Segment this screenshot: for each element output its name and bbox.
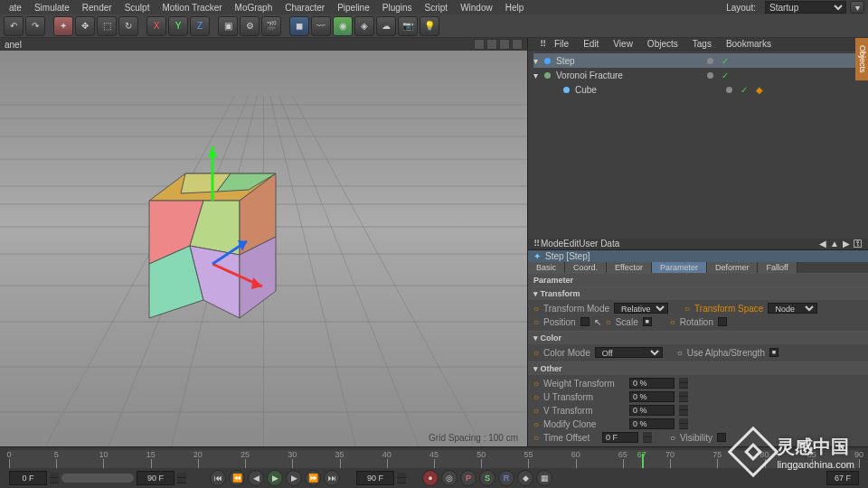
section-transform-header[interactable]: ▾ Transform xyxy=(528,287,868,300)
generator-button[interactable]: ◉ xyxy=(333,16,353,36)
rotation-checkbox[interactable] xyxy=(718,317,727,326)
om-menu-item[interactable]: View xyxy=(607,38,639,50)
key-scale-button[interactable]: S xyxy=(479,470,495,486)
tag-icon[interactable]: ◆ xyxy=(753,83,766,96)
render-view-button[interactable]: ▣ xyxy=(218,16,238,36)
rotate-tool-button[interactable]: ↻ xyxy=(118,16,138,36)
expand-icon[interactable]: ▾ xyxy=(533,70,538,80)
om-menu-item[interactable]: Bookmarks xyxy=(720,38,778,50)
nav-fwd-icon[interactable]: ▶ xyxy=(843,239,850,249)
move-tool-button[interactable]: ✥ xyxy=(75,16,95,36)
viewport-opt-icon[interactable] xyxy=(499,39,510,50)
key-rot-button[interactable]: R xyxy=(498,470,514,486)
live-selection-button[interactable]: ✦ xyxy=(53,16,73,36)
om-menu-item[interactable]: Edit xyxy=(577,38,605,50)
stepper-icon[interactable] xyxy=(397,473,406,483)
play-button[interactable]: ▶ xyxy=(267,470,283,486)
om-menu-item[interactable]: Objects xyxy=(641,38,684,50)
param-value-field[interactable] xyxy=(629,418,675,429)
param-value-field[interactable] xyxy=(629,391,675,402)
menu-item[interactable]: Window xyxy=(455,2,498,14)
viewport-opt-icon[interactable] xyxy=(512,39,523,50)
stepper-icon[interactable] xyxy=(679,391,688,402)
goto-start-button[interactable]: ⏮ xyxy=(210,470,226,486)
menu-item[interactable]: Character xyxy=(279,2,330,14)
key-pos-button[interactable]: P xyxy=(460,470,476,486)
object-row-cube[interactable]: Cube ✓ ◆ xyxy=(533,82,863,97)
spline-button[interactable]: 〰 xyxy=(311,16,331,36)
param-value-field[interactable] xyxy=(629,378,675,389)
timeline-ruler[interactable]: 05101520253035404550556065707580859067 xyxy=(9,450,859,468)
enable-check-icon[interactable]: ✓ xyxy=(719,69,731,81)
tab-falloff[interactable]: Falloff xyxy=(758,262,797,273)
light-button[interactable]: 💡 xyxy=(420,16,439,36)
menu-item[interactable]: Motion Tracker xyxy=(156,2,227,14)
tab-basic[interactable]: Basic xyxy=(528,262,565,273)
next-key-button[interactable]: ⏩ xyxy=(305,470,321,486)
range-start-field[interactable] xyxy=(9,471,47,485)
cube-primitive-button[interactable]: ◼ xyxy=(289,16,309,36)
enable-check-icon[interactable]: ✓ xyxy=(719,54,731,67)
enable-check-icon[interactable]: ✓ xyxy=(738,83,750,96)
render-settings-button[interactable]: ⚙ xyxy=(240,16,259,36)
attr-menu-item[interactable]: Edit xyxy=(563,239,579,249)
nav-up-icon[interactable]: ▲ xyxy=(830,239,839,249)
object-manager-tree[interactable]: ▾ Step ✓ ▾ Voronoi Fracture ✓ Cube ✓ ◆ xyxy=(528,50,868,239)
stepper-icon[interactable] xyxy=(643,432,652,443)
environment-button[interactable]: ☁ xyxy=(376,16,396,36)
scale-tool-button[interactable]: ⬚ xyxy=(97,16,117,36)
visibility-dot-icon[interactable] xyxy=(703,69,716,81)
axis-x-button[interactable]: X xyxy=(146,16,166,36)
camera-button[interactable]: 📷 xyxy=(398,16,418,36)
color-mode-dropdown[interactable]: Off xyxy=(595,347,663,358)
undo-button[interactable]: ↶ xyxy=(4,16,24,36)
key-pla-button[interactable]: ▦ xyxy=(536,470,552,486)
object-row-voronoi[interactable]: ▾ Voronoi Fracture ✓ xyxy=(533,68,863,82)
fps-field[interactable] xyxy=(826,471,859,485)
lock-icon[interactable]: ⚿ xyxy=(854,239,863,249)
fractured-cube-object[interactable] xyxy=(122,146,303,327)
layout-menu-icon[interactable]: ▾ xyxy=(850,1,864,14)
attr-menu-item[interactable]: User Data xyxy=(579,239,619,249)
nav-back-icon[interactable]: ◀ xyxy=(819,239,826,249)
prev-key-button[interactable]: ⏪ xyxy=(229,470,245,486)
goto-end-button[interactable]: ⏭ xyxy=(324,470,340,486)
transform-space-dropdown[interactable]: Node xyxy=(768,303,817,314)
viewport-opt-icon[interactable] xyxy=(486,39,497,50)
om-menu-item[interactable]: File xyxy=(548,38,575,50)
param-value-field[interactable] xyxy=(629,405,675,416)
visibility-checkbox[interactable] xyxy=(717,433,726,442)
position-checkbox[interactable] xyxy=(580,317,590,326)
axis-z-button[interactable]: Z xyxy=(190,16,210,36)
menu-item[interactable]: Pipeline xyxy=(332,2,375,14)
transform-mode-dropdown[interactable]: Relative xyxy=(614,303,668,314)
deformer-button[interactable]: ◈ xyxy=(354,16,374,36)
object-name[interactable]: Step xyxy=(556,56,701,66)
axis-y-button[interactable]: Y xyxy=(168,16,188,36)
viewport-opt-icon[interactable] xyxy=(474,39,485,50)
attr-menu-item[interactable]: Mode xyxy=(541,239,563,249)
key-param-button[interactable]: ◆ xyxy=(517,470,533,486)
tab-coord[interactable]: Coord. xyxy=(565,262,607,273)
om-menu-item[interactable]: Tags xyxy=(686,38,718,50)
visibility-dot-icon[interactable] xyxy=(703,54,716,67)
visibility-dot-icon[interactable] xyxy=(722,83,735,96)
stepper-icon[interactable] xyxy=(50,473,59,483)
menu-item[interactable]: Render xyxy=(77,2,118,14)
menu-item[interactable]: ate xyxy=(4,2,27,14)
stepper-icon[interactable] xyxy=(679,418,688,429)
stepper-icon[interactable] xyxy=(177,473,186,483)
prev-frame-button[interactable]: ◀ xyxy=(248,470,264,486)
menu-item[interactable]: Sculpt xyxy=(119,2,156,14)
current-frame-field[interactable] xyxy=(356,471,394,485)
use-alpha-checkbox[interactable] xyxy=(769,348,778,357)
stepper-icon[interactable] xyxy=(679,405,688,416)
tab-deformer[interactable]: Deformer xyxy=(707,262,759,273)
section-other-header[interactable]: ▾ Other xyxy=(528,362,868,375)
tab-effector[interactable]: Effector xyxy=(607,262,652,273)
menu-item[interactable]: MoGraph xyxy=(230,2,278,14)
section-color-header[interactable]: ▾ Color xyxy=(528,332,868,344)
range-slider[interactable] xyxy=(61,474,134,483)
object-name[interactable]: Cube xyxy=(575,85,720,95)
menu-item[interactable]: Plugins xyxy=(377,2,418,14)
